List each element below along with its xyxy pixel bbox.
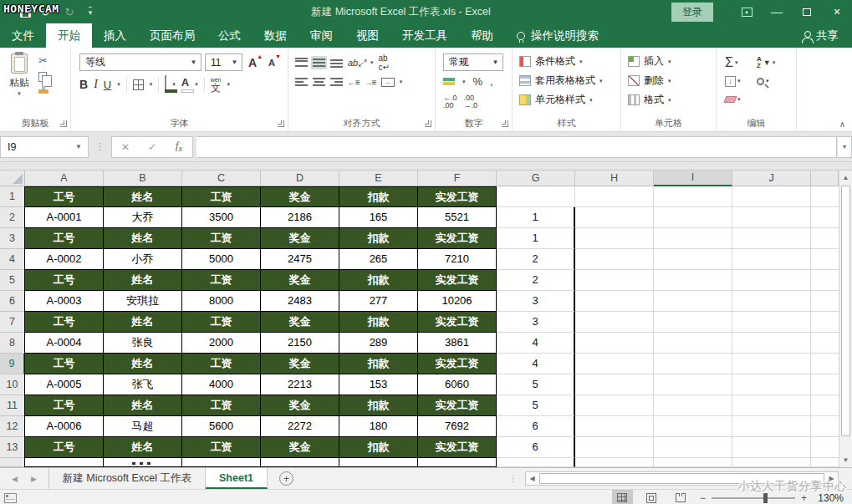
cell-C1[interactable]: 工资	[182, 186, 261, 207]
format-cells-button[interactable]: 格式▾	[628, 91, 671, 109]
cell-J10[interactable]	[732, 374, 811, 395]
font-name-dropdown-icon[interactable]: ▼	[186, 59, 201, 66]
cell-I11[interactable]	[654, 395, 732, 416]
cell-H4[interactable]	[575, 249, 654, 270]
paste-dropdown-arrow[interactable]: ▾	[5, 90, 33, 97]
grow-font-button[interactable]: A▲	[248, 56, 263, 69]
cell-B4[interactable]: 小乔	[104, 249, 182, 270]
cell-A13[interactable]: 工号	[24, 437, 104, 458]
row-header-7[interactable]: 7	[0, 312, 25, 333]
orientation-button[interactable]: ab⤢	[348, 58, 365, 69]
column-header-F[interactable]: F	[418, 171, 497, 186]
cell-D1[interactable]: 奖金	[261, 186, 339, 207]
cell-A6[interactable]: A-0003	[24, 291, 104, 312]
tab-review[interactable]: 审阅	[298, 23, 344, 48]
cell-B3[interactable]: 姓名	[104, 228, 182, 249]
cell-B14[interactable]	[104, 458, 182, 467]
cell-F1[interactable]: 实发工资	[418, 186, 497, 207]
cell-C9[interactable]: 工资	[182, 354, 261, 374]
cell-E14[interactable]	[339, 458, 418, 467]
tab-insert[interactable]: 插入	[92, 23, 138, 48]
normal-view-button[interactable]	[612, 490, 633, 504]
tab-developer[interactable]: 开发工具	[390, 23, 459, 48]
align-center-button[interactable]	[313, 77, 325, 87]
delete-cells-button[interactable]: 删除▾	[628, 72, 671, 89]
fill-button[interactable]: ↓▾	[725, 76, 757, 87]
cell-F13[interactable]: 实发工资	[418, 437, 497, 458]
sign-in-button[interactable]: 登录	[671, 3, 713, 22]
row-header-3[interactable]: 3	[0, 228, 25, 249]
cell-H13[interactable]	[575, 437, 654, 458]
cell-G4[interactable]: 2	[497, 249, 575, 270]
cell-K10[interactable]	[811, 374, 839, 395]
cell-B7[interactable]: 姓名	[104, 312, 182, 333]
cell-A3[interactable]: 工号	[24, 228, 104, 249]
column-header-C[interactable]: C	[182, 171, 261, 186]
enter-icon[interactable]: ✓	[139, 141, 166, 153]
cell-F7[interactable]: 实发工资	[418, 312, 497, 333]
merge-center-button[interactable]: ↔	[381, 78, 395, 87]
cell-K1[interactable]	[811, 186, 839, 207]
phonetic-guide-button[interactable]: wén文	[211, 77, 222, 93]
row-header-5[interactable]: 5	[0, 270, 25, 291]
vertical-scrollbar[interactable]: ▲ ▼	[839, 171, 852, 467]
number-format-dropdown-icon[interactable]: ▼	[488, 59, 503, 66]
tab-home[interactable]: 开始	[46, 23, 92, 48]
cell-E13[interactable]: 扣款	[339, 437, 418, 458]
cell-G3[interactable]: 1	[497, 228, 575, 249]
row-header-6[interactable]: 6	[0, 291, 25, 312]
column-header-B[interactable]: B	[104, 171, 182, 186]
cell-B2[interactable]: 大乔	[104, 207, 182, 228]
find-select-button[interactable]: ▾	[757, 78, 788, 85]
cut-icon[interactable]: ✂	[38, 54, 48, 67]
cell-J8[interactable]	[732, 333, 811, 354]
scrollbar-resize-handle[interactable]: ⋮	[509, 474, 518, 483]
cell-K11[interactable]	[811, 395, 839, 416]
increase-decimal-button[interactable]: ←.0.00	[443, 94, 457, 109]
cell-B6[interactable]: 安琪拉	[104, 291, 182, 312]
formula-input[interactable]	[196, 136, 837, 158]
wrap-text-button[interactable]: abc↵	[379, 53, 390, 72]
borders-dropdown[interactable]: ▾	[150, 81, 153, 88]
merge-dropdown[interactable]: ▾	[400, 79, 403, 85]
autosum-button[interactable]: Σ▾	[725, 55, 757, 70]
cell-J1[interactable]	[732, 186, 811, 207]
cell-A14[interactable]	[24, 458, 104, 467]
cell-K13[interactable]	[811, 437, 839, 458]
column-header-E[interactable]: E	[339, 171, 418, 186]
cell-H11[interactable]	[575, 395, 654, 416]
cell-H14[interactable]	[575, 458, 654, 467]
cell-A11[interactable]: 工号	[24, 395, 104, 416]
customize-qat-icon[interactable]: ▾	[89, 7, 93, 17]
cell-K12[interactable]	[811, 416, 839, 437]
cell-G6[interactable]: 3	[497, 291, 575, 312]
column-header-H[interactable]: H	[575, 171, 654, 186]
italic-button[interactable]: I	[94, 78, 98, 91]
new-sheet-icon[interactable]: +	[279, 471, 293, 486]
sheet-tab-1[interactable]: 新建 Microsoft Excel 工作表	[49, 468, 206, 489]
cell-I14[interactable]	[654, 458, 732, 467]
scroll-up-icon[interactable]: ▲	[839, 171, 852, 185]
cell-A12[interactable]: A-0006	[24, 416, 104, 437]
cell-A1[interactable]: 工号	[24, 186, 104, 207]
cell-I7[interactable]	[654, 312, 732, 333]
cell-C13[interactable]: 工资	[182, 437, 261, 458]
bold-button[interactable]: B	[79, 78, 88, 91]
zoom-out-button[interactable]: −	[700, 492, 706, 504]
cell-E1[interactable]: 扣款	[339, 186, 418, 207]
row-header-10[interactable]: 10	[0, 374, 25, 395]
column-header-G[interactable]: G	[497, 171, 575, 186]
percent-style-button[interactable]: %	[473, 75, 483, 88]
underline-dropdown[interactable]: ▾	[117, 81, 120, 88]
borders-button[interactable]	[133, 79, 144, 90]
shrink-font-button[interactable]: A▼	[268, 57, 281, 68]
cell-C14[interactable]	[182, 458, 261, 467]
collapse-ribbon-icon[interactable]: ∧	[839, 120, 845, 129]
cell-E7[interactable]: 扣款	[339, 312, 418, 333]
cell-E11[interactable]: 扣款	[339, 395, 418, 416]
cell-F2[interactable]: 5521	[418, 207, 497, 228]
name-box-dropdown-icon[interactable]: ▼	[75, 143, 88, 150]
cell-K5[interactable]	[811, 270, 839, 291]
cell-D14[interactable]	[261, 458, 339, 467]
bottom-align-button[interactable]	[330, 58, 343, 68]
